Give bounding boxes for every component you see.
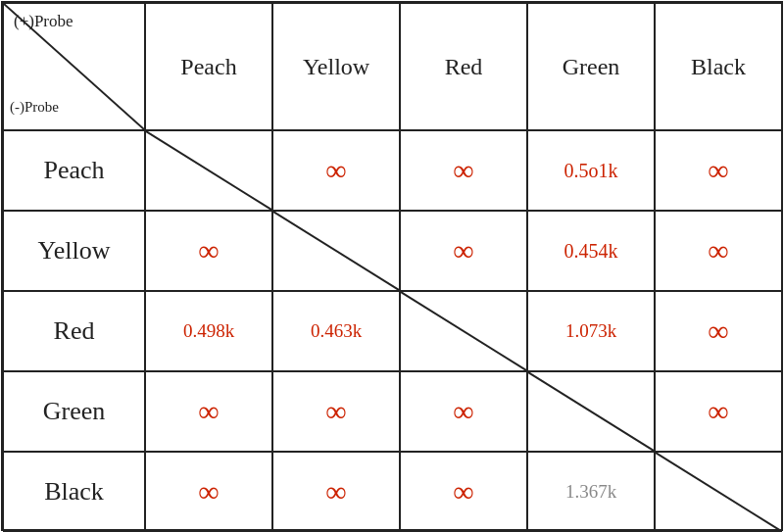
svg-line-3	[401, 292, 526, 370]
cell-peach-yellow: ∞	[272, 130, 400, 211]
row-label-green: Green	[3, 371, 145, 452]
cell-green-black: ∞	[655, 371, 782, 452]
svg-line-2	[273, 212, 399, 290]
cell-red-peach: 0.498k	[145, 291, 272, 371]
cell-peach-red: ∞	[400, 130, 527, 211]
minus-probe-label: (-)Probe	[10, 99, 59, 116]
cell-red-black: ∞	[655, 291, 782, 371]
cell-peach-green: 0.5o1k	[527, 130, 655, 211]
svg-line-4	[528, 372, 654, 451]
svg-line-1	[146, 131, 271, 210]
cell-yellow-yellow	[272, 211, 400, 291]
cell-green-peach: ∞	[145, 371, 272, 452]
col-header-yellow: Yellow	[272, 3, 400, 130]
cell-black-red: ∞	[400, 452, 527, 532]
row-label-red: Red	[3, 291, 145, 371]
cell-black-yellow: ∞	[272, 452, 400, 532]
cell-green-red: ∞	[400, 371, 527, 452]
col-header-green: Green	[527, 3, 655, 130]
cell-red-yellow: 0.463k	[272, 291, 400, 371]
cell-black-black	[655, 452, 782, 532]
cell-red-green: 1.073k	[527, 291, 655, 371]
col-header-peach: Peach	[145, 3, 272, 130]
cell-green-yellow: ∞	[272, 371, 400, 452]
col-header-black: Black	[655, 3, 782, 130]
cell-red-red	[400, 291, 527, 371]
cell-yellow-peach: ∞	[145, 211, 272, 291]
resistance-matrix: (+)Probe (-)Probe Peach Yellow Red Green…	[1, 1, 783, 531]
cell-peach-black: ∞	[655, 130, 782, 211]
cell-black-green: 1.367k	[527, 452, 655, 532]
cell-yellow-red: ∞	[400, 211, 527, 291]
svg-line-5	[656, 453, 781, 531]
row-label-black: Black	[3, 452, 145, 532]
cell-yellow-black: ∞	[655, 211, 782, 291]
cell-green-green	[527, 371, 655, 452]
plus-probe-label: (+)Probe	[14, 12, 74, 31]
cell-yellow-green: 0.454k	[527, 211, 655, 291]
col-header-red: Red	[400, 3, 527, 130]
row-label-yellow: Yellow	[3, 211, 145, 291]
row-label-peach: Peach	[3, 130, 145, 211]
cell-black-peach: ∞	[145, 452, 272, 532]
corner-cell: (+)Probe (-)Probe	[3, 3, 145, 130]
cell-peach-peach	[145, 130, 272, 211]
